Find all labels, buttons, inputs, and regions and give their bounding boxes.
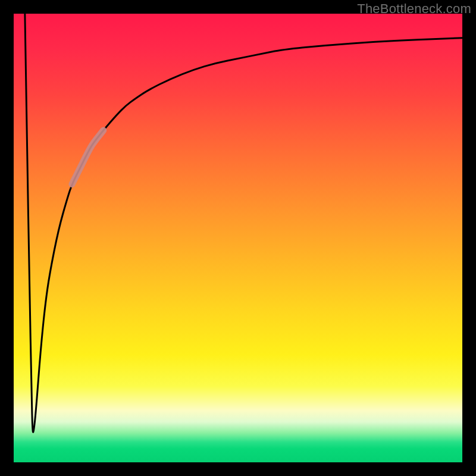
curve-layer <box>14 14 462 462</box>
bottleneck-curve-highlight <box>72 130 104 184</box>
watermark-text: TheBottleneck.com <box>357 1 471 17</box>
chart-stage: TheBottleneck.com <box>0 0 476 476</box>
plot-area <box>14 14 462 462</box>
bottleneck-curve <box>25 14 462 432</box>
